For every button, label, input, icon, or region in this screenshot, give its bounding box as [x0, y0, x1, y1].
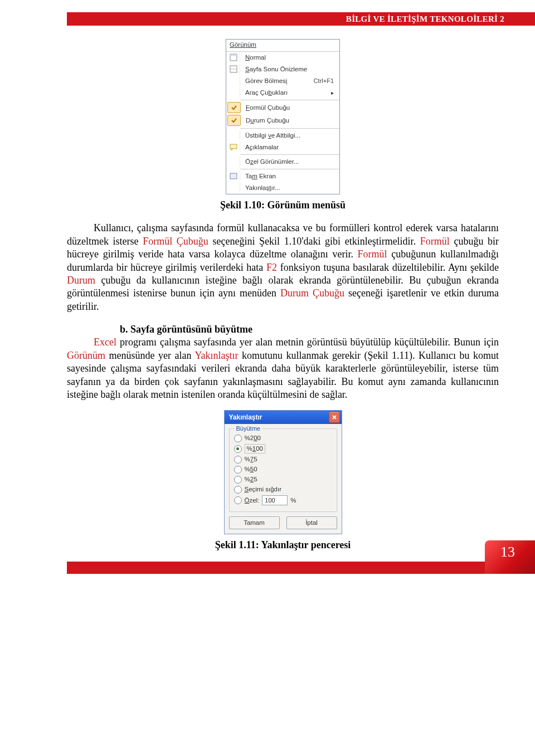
menu-item-normal[interactable]: Normal: [226, 52, 339, 64]
svg-rect-4: [230, 144, 237, 149]
svg-marker-5: [231, 149, 233, 150]
menu-separator: [240, 128, 339, 129]
blank-icon: [227, 130, 240, 140]
menu-item-ustbilgi-altbilgi[interactable]: Üstbilgi ve Altbilgi...: [226, 130, 339, 142]
menu-item-aciklamalar[interactable]: Açıklamalar: [226, 142, 339, 153]
radio-100[interactable]: %100: [234, 444, 332, 453]
menu-separator: [240, 100, 339, 100]
radio-icon: [234, 445, 242, 453]
custom-zoom-input[interactable]: 100: [262, 495, 288, 505]
shortcut-label: Ctrl+F1: [314, 77, 337, 85]
menu-item-arac-cubuklari[interactable]: Araç Çubukları ▸: [226, 87, 339, 99]
menu-item-yakinlastir[interactable]: Yakınlaştır...: [226, 182, 339, 194]
page-break-icon: [227, 64, 240, 74]
radio-icon: [234, 486, 242, 494]
page-content: Görünüm Normal Sayfa Sonu Önizleme Görev…: [0, 0, 535, 584]
menu-separator: [240, 169, 339, 169]
menu-item-tam-ekran[interactable]: Tam Ekran: [226, 170, 339, 182]
group-title: Büyütme: [234, 425, 262, 432]
close-icon: [332, 414, 337, 420]
fullscreen-icon: [227, 171, 240, 181]
close-button[interactable]: [329, 412, 340, 423]
radio-icon: [234, 496, 242, 504]
dialog-titlebar: Yakınlaştır: [225, 411, 342, 424]
svg-rect-1: [230, 54, 237, 56]
figure-caption-2: Şekil 1.11: Yakınlaştır penceresi: [67, 539, 499, 552]
menu-item-formul-cubugu[interactable]: Formül Çubuğu: [226, 101, 339, 114]
menu-item-durum-cubugu[interactable]: Durum Çubuğu: [226, 114, 339, 127]
menu-title: Görünüm: [226, 40, 339, 52]
percent-label: %: [290, 496, 296, 505]
radio-icon: [234, 456, 242, 464]
blank-icon: [227, 183, 240, 193]
radio-custom[interactable]: Özel: 100 %: [234, 495, 332, 505]
radio-icon: [234, 476, 242, 484]
radio-25[interactable]: %25: [234, 475, 332, 484]
check-icon: [227, 102, 241, 113]
menu-item-sayfa-sonu[interactable]: Sayfa Sonu Önizleme: [226, 64, 339, 75]
radio-icon: [234, 435, 242, 442]
svg-rect-6: [230, 173, 237, 179]
radio-75[interactable]: %75: [234, 455, 332, 464]
paragraph-2: Excel programı çalışma sayfasında yer al…: [67, 336, 499, 401]
ok-button[interactable]: Tamam: [229, 516, 280, 529]
footer-stripe: [67, 562, 535, 574]
radio-200[interactable]: %200: [234, 434, 332, 442]
page-number: 13: [500, 544, 515, 560]
page-number-block: 13: [485, 540, 535, 574]
dialog-title: Yakınlaştır: [229, 413, 262, 422]
radio-fit-selection[interactable]: Seçimi sığdır: [234, 485, 332, 494]
cancel-button[interactable]: İptal: [286, 516, 337, 529]
magnification-group: Büyütme %200 %100 %75 %50: [229, 428, 337, 512]
comment-icon: [227, 142, 240, 152]
radio-50[interactable]: %50: [234, 465, 332, 474]
menu-item-gorev-bolmesi[interactable]: Görev Bölmesi Ctrl+F1: [226, 75, 339, 87]
figure-caption-1: Şekil 1.10: Görünüm menüsü: [67, 199, 499, 212]
blank-icon: [227, 157, 240, 167]
submenu-arrow-icon: ▸: [331, 89, 337, 96]
check-icon: [227, 115, 241, 126]
page-header: BİLGİ VE İLETİŞİM TEKNOLOİLERİ 2: [67, 12, 535, 26]
header-title: BİLGİ VE İLETİŞİM TEKNOLOİLERİ 2: [346, 14, 504, 24]
zoom-dialog: Yakınlaştır Büyütme %200 %100 %75: [224, 410, 342, 534]
gorunum-menu: Görünüm Normal Sayfa Sonu Önizleme Görev…: [226, 39, 340, 194]
blank-icon: [227, 87, 240, 97]
subheading-b: b. Sayfa görüntüsünü büyütme: [120, 323, 499, 336]
doc-normal-icon: [227, 52, 240, 62]
menu-separator: [240, 154, 339, 155]
gorunum-menu-figure: Görünüm Normal Sayfa Sonu Önizleme Görev…: [226, 39, 340, 194]
radio-icon: [234, 466, 242, 474]
yakinlastir-dialog-figure: Yakınlaştır Büyütme %200 %100 %75: [224, 410, 342, 534]
blank-icon: [227, 76, 240, 86]
paragraph-1: Kullanıcı, çalışma sayfasında formül kul…: [67, 222, 499, 313]
menu-item-ozel-gorunumler[interactable]: Özel Görünümler...: [226, 156, 339, 168]
